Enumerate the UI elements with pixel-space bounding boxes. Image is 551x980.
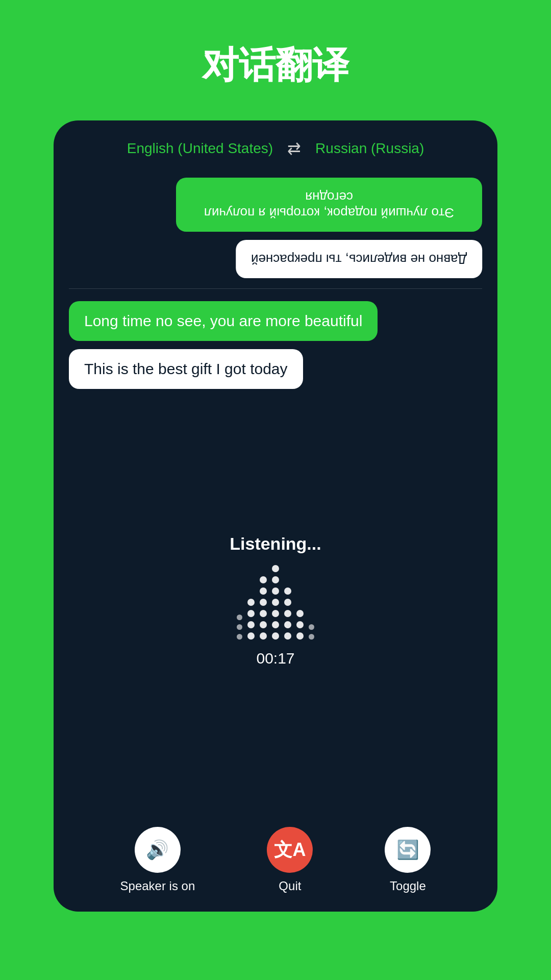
quit-button[interactable]: 文A <box>267 827 313 873</box>
speaker-label: Speaker is on <box>120 879 195 893</box>
timer-display: 00:17 <box>256 650 294 667</box>
toggle-icon: 🔄 <box>396 839 419 861</box>
bubble-lower-white: This is the best gift I got today <box>69 349 303 389</box>
waveform-col-7 <box>309 624 314 640</box>
listening-section: Listening... <box>54 394 497 817</box>
main-card: English (United States) ⇄ Russian (Russi… <box>54 120 497 912</box>
chat-upper-section: Это лучший подарок, который я получил се… <box>54 173 497 288</box>
bubble-upper-white: Давно не виделись, ты прекрасней <box>236 240 482 278</box>
swap-icon[interactable]: ⇄ <box>287 139 301 158</box>
app-title: 对话翻译 <box>202 41 349 90</box>
toggle-control: 🔄 Toggle <box>385 827 431 893</box>
language-header: English (United States) ⇄ Russian (Russi… <box>54 120 497 173</box>
toggle-label: Toggle <box>390 879 426 893</box>
speaker-icon: 🔊 <box>146 839 169 861</box>
waveform-col-4 <box>272 565 279 640</box>
chat-lower-section: Long time no see, you are more beautiful… <box>54 289 497 394</box>
right-language[interactable]: Russian (Russia) <box>315 140 424 157</box>
translate-icon: 文A <box>274 838 306 863</box>
toggle-button[interactable]: 🔄 <box>385 827 431 873</box>
bottom-controls: 🔊 Speaker is on 文A Quit 🔄 Toggle <box>54 817 497 912</box>
speaker-button[interactable]: 🔊 <box>135 827 181 873</box>
waveform-col-6 <box>296 610 304 640</box>
left-language[interactable]: English (United States) <box>127 140 273 157</box>
listening-label: Listening... <box>230 534 321 554</box>
waveform-col-5 <box>284 587 291 640</box>
waveform <box>237 568 314 640</box>
waveform-col-2 <box>247 599 255 640</box>
speaker-control: 🔊 Speaker is on <box>120 827 195 893</box>
bubble-lower-green: Long time no see, you are more beautiful <box>69 301 378 341</box>
quit-label: Quit <box>279 879 301 893</box>
waveform-col-1 <box>237 615 242 640</box>
bubble-upper-green: Это лучший подарок, который я получил се… <box>176 178 482 232</box>
quit-control: 文A Quit <box>267 827 313 893</box>
waveform-col-3 <box>260 576 267 640</box>
